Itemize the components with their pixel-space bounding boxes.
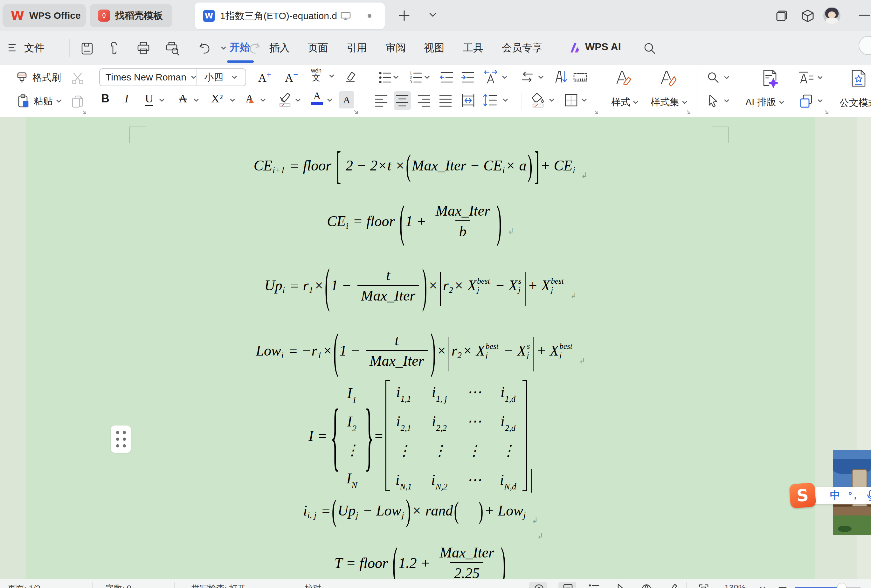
print-icon[interactable] (136, 41, 151, 55)
app-center-cube-icon[interactable] (800, 8, 816, 24)
zoom-out-icon[interactable] (778, 587, 787, 588)
two-way-arrow-icon[interactable] (519, 70, 535, 85)
status-spellcheck[interactable]: 拼写检查: 打开 (192, 583, 245, 588)
menu-tab-reference[interactable]: 引用 (347, 41, 367, 55)
char-scale-chevron-icon[interactable] (502, 75, 507, 79)
align-right-icon[interactable] (417, 94, 431, 108)
menu-file[interactable]: 文件 (24, 41, 45, 55)
char-shading-button[interactable]: A (339, 91, 354, 108)
equation-ce-init[interactable]: CEi = floor (1 + Max_Iterb)↲ (26, 191, 815, 251)
text-effects-button[interactable]: A (245, 92, 254, 105)
styles-icon[interactable] (613, 68, 633, 88)
menu-tab-view[interactable]: 视图 (424, 41, 444, 55)
numbered-list-icon[interactable]: 123 (408, 70, 423, 85)
underline-chevron-icon[interactable] (159, 98, 165, 102)
equation-upper-bound[interactable]: Upi = r1×(1 − tMax_Iter)×|r2× Xbestj − X… (26, 253, 815, 318)
web-layout-icon[interactable] (641, 584, 652, 588)
menu-tab-insert[interactable]: 插入 (269, 41, 290, 55)
sort-icon[interactable] (553, 69, 569, 85)
save-icon[interactable] (80, 42, 94, 55)
split-window-icon[interactable] (775, 9, 789, 23)
text-effects-chevron-icon[interactable] (260, 98, 266, 102)
menu-tab-review[interactable]: 审阅 (385, 41, 406, 55)
borders-chevron-icon[interactable] (581, 98, 587, 102)
sogou-ime-logo[interactable]: S (789, 482, 816, 508)
ai-layout-button[interactable]: AI 排版 (745, 96, 784, 109)
line-spacing-chevron-icon[interactable] (503, 98, 508, 102)
highlight-icon[interactable] (277, 91, 293, 108)
menu-tab-member[interactable]: 会员专享 (502, 41, 543, 55)
align-justify-icon[interactable] (438, 94, 453, 108)
zoom-chevron-icon[interactable] (759, 586, 766, 588)
tab-list-chevron-icon[interactable] (429, 12, 437, 18)
user-avatar[interactable] (823, 7, 841, 24)
align-center-button[interactable] (394, 91, 411, 110)
font-size-select[interactable]: 小四 (196, 68, 246, 86)
italic-button[interactable]: I (125, 92, 129, 105)
font-group-expand-icon[interactable] (354, 110, 359, 115)
wps-ai-logo-icon[interactable] (568, 41, 581, 54)
copy-icon[interactable] (70, 94, 85, 109)
superscript-button[interactable]: X² (211, 92, 223, 105)
increase-indent-icon[interactable] (461, 70, 475, 85)
ai-layout-icon[interactable] (759, 68, 780, 89)
clear-format-icon[interactable] (343, 70, 358, 84)
paste-button[interactable]: 粘贴 (16, 94, 62, 108)
styles-button[interactable]: 样式 (611, 96, 639, 109)
tab-ruler-icon[interactable] (572, 70, 588, 84)
font-color-button[interactable]: A (311, 91, 323, 105)
tab-document[interactable]: W 1指数三角(ETO)-equation.d (195, 3, 385, 29)
shapes-button[interactable] (799, 93, 823, 108)
undo-icon[interactable] (198, 42, 212, 55)
phonetic-guide-button[interactable]: wén 文 (311, 68, 322, 82)
bullet-list-chevron-icon[interactable] (393, 75, 399, 79)
phonetic-chevron-icon[interactable] (329, 74, 335, 78)
object-drag-handle[interactable] (111, 425, 131, 453)
format-painter-button[interactable]: 格式刷 (15, 70, 61, 85)
shading-chevron-icon[interactable] (549, 98, 555, 102)
ime-mode-indicator[interactable]: 中 (830, 488, 840, 503)
strikethrough-chevron-icon[interactable] (193, 98, 199, 102)
equation-init-pop[interactable]: ii, j =(Upj − Lowj)× rand()+ Lowj↲ (26, 491, 815, 530)
text-tool-button[interactable] (798, 71, 823, 84)
menu-tab-tools[interactable]: 工具 (463, 41, 483, 55)
char-scale-icon[interactable] (483, 69, 498, 85)
export-pdf-icon[interactable] (108, 41, 121, 55)
status-assistant-icon[interactable] (534, 584, 545, 588)
font-color-chevron-icon[interactable] (327, 98, 333, 102)
strikethrough-button[interactable]: A (179, 92, 187, 105)
status-spellcheck-more[interactable]: ‥ (274, 583, 280, 588)
shading-bucket-icon[interactable] (530, 91, 546, 108)
fit-page-icon[interactable] (698, 584, 709, 588)
find-button[interactable] (706, 71, 729, 84)
select-tool-button[interactable] (706, 94, 729, 108)
tab-template-store[interactable]: 找稻壳模板 (90, 4, 172, 27)
align-left-icon[interactable] (374, 94, 389, 108)
decrease-font-button[interactable]: A− (285, 70, 298, 85)
new-tab-button[interactable] (397, 8, 412, 23)
minimize-button[interactable] (859, 14, 870, 16)
tab-wps-home[interactable]: W WPS Office (3, 4, 86, 27)
menu-wps-ai[interactable]: WPS AI (585, 41, 621, 53)
highlight-chevron-icon[interactable] (295, 98, 301, 102)
ime-mic-icon[interactable] (867, 490, 871, 501)
status-proofread[interactable]: 校对 (305, 583, 321, 588)
print-preview-icon[interactable] (165, 41, 180, 55)
increase-font-button[interactable]: A+ (258, 70, 271, 85)
bullet-list-icon[interactable] (378, 70, 392, 85)
status-word-count[interactable]: 字数: 0 (106, 583, 131, 588)
zoom-slider-handle[interactable] (837, 583, 847, 588)
superscript-chevron-icon[interactable] (230, 98, 235, 102)
paragraph-group-expand-icon[interactable] (594, 110, 599, 115)
line-spacing-icon[interactable] (482, 93, 498, 108)
undo-chevron-icon[interactable] (221, 46, 226, 50)
page-view-icon[interactable] (563, 584, 573, 588)
clipboard-group-expand-icon[interactable] (82, 110, 87, 115)
distribute-icon[interactable] (461, 93, 476, 108)
two-way-chevron-icon[interactable] (538, 75, 544, 79)
menu-tab-page[interactable]: 页面 (308, 41, 328, 55)
official-mode-button[interactable]: 公文模式 (840, 96, 871, 109)
search-icon[interactable] (643, 42, 656, 55)
official-mode-icon[interactable] (849, 68, 868, 89)
ai-group-expand-icon[interactable] (824, 110, 829, 115)
